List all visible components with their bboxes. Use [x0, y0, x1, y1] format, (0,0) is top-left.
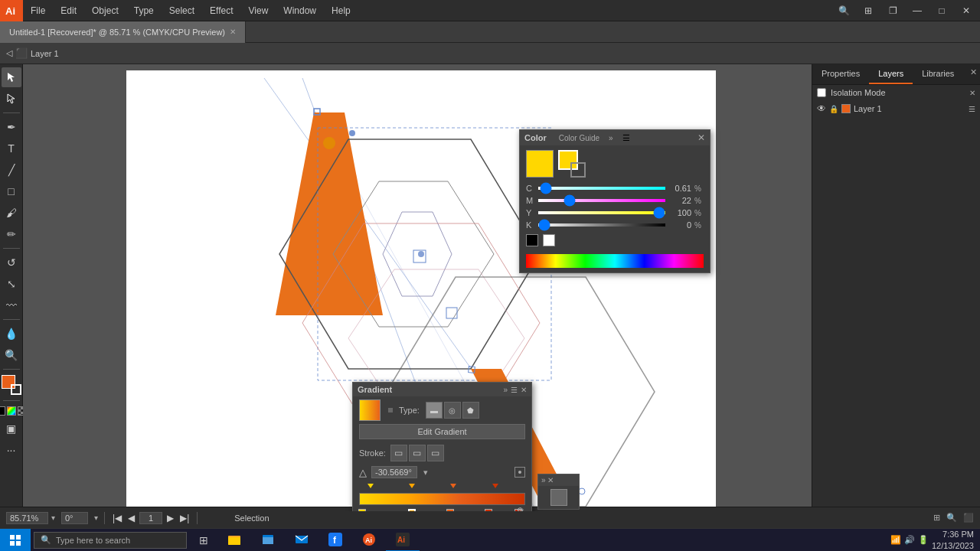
color-panel-close[interactable]: ✕ [697, 132, 705, 143]
zoom-tool[interactable]: 🔍 [2, 345, 21, 365]
tab-properties[interactable]: Properties [812, 64, 869, 84]
color-fill-btn[interactable] [0, 406, 5, 416]
tab-libraries[interactable]: Libraries [913, 64, 963, 84]
first-artboard-btn[interactable]: |◀ [111, 513, 123, 523]
zoom-input[interactable] [6, 512, 48, 524]
rotate-tool[interactable]: ↺ [2, 253, 21, 272]
last-artboard-btn[interactable]: ▶| [178, 513, 191, 523]
isolation-mode-expand[interactable]: ✕ [969, 89, 975, 97]
black-swatch[interactable] [526, 234, 538, 246]
layer-lock-icon[interactable]: 🔒 [829, 105, 838, 113]
stroke-btn-2[interactable]: ▭ [409, 445, 426, 461]
expand-gradient-icon[interactable]: » [503, 386, 508, 394]
panel-menu-icon[interactable]: ☰ [622, 133, 630, 143]
gradient-swatch[interactable] [359, 399, 381, 421]
volume-icon[interactable]: 🔊 [904, 535, 915, 545]
tab-close-icon[interactable]: ✕ [230, 28, 236, 36]
color-guide-tab[interactable]: Color Guide [559, 134, 599, 142]
next-artboard-btn[interactable]: ▶ [165, 513, 175, 523]
menu-window[interactable]: Window [276, 0, 324, 21]
pen-tool[interactable]: ✒ [2, 117, 21, 137]
delete-stop-btn[interactable]: 🗑 [516, 506, 525, 511]
taskbar-app5-btn[interactable]: Ai [352, 529, 386, 552]
fill-stroke-swatches[interactable] [2, 375, 21, 395]
gradient-close-icon[interactable]: ✕ [521, 386, 527, 394]
stroke-btn-3[interactable]: ▭ [427, 445, 444, 461]
artboard-tool[interactable]: ▣ [2, 419, 21, 439]
taskbar-files-btn[interactable] [251, 529, 285, 552]
m-slider[interactable] [538, 199, 665, 202]
network-icon[interactable]: 📶 [890, 535, 901, 545]
status-icon-1[interactable]: ⊞ [933, 513, 940, 523]
type-tool[interactable]: T [2, 139, 21, 158]
k-slider[interactable] [538, 223, 665, 227]
layer-row-1[interactable]: 👁 🔒 Layer 1 ☰ [812, 100, 980, 117]
menu-select[interactable]: Select [162, 0, 202, 21]
warp-tool[interactable]: 〰 [2, 295, 21, 315]
gradient-bar[interactable] [359, 493, 525, 505]
stroke-mode-swatches[interactable] [558, 150, 586, 178]
zoom-dropdown-icon[interactable]: ▾ [51, 514, 55, 522]
line-tool[interactable]: ╱ [2, 160, 21, 180]
y-slider[interactable] [538, 211, 665, 214]
menu-type[interactable]: Type [126, 0, 162, 21]
selection-tool[interactable] [2, 67, 21, 87]
minimize-btn[interactable]: — [906, 0, 928, 21]
view-toggle-btn[interactable]: ⊞ [858, 0, 879, 21]
gradient-menu-icon[interactable]: ☰ [511, 386, 518, 394]
artboard-number-input[interactable] [139, 512, 162, 524]
task-view-btn[interactable]: ⊞ [190, 529, 217, 552]
more-tools[interactable]: ··· [2, 440, 21, 460]
menu-view[interactable]: View [241, 0, 276, 21]
mini-expand-icon[interactable]: » [541, 476, 546, 484]
tab-layers[interactable]: Layers [869, 64, 913, 84]
edit-gradient-button[interactable]: Edit Gradient [359, 424, 525, 439]
taskbar-facebook-btn[interactable]: f [318, 529, 352, 552]
freeform-gradient-btn[interactable]: ⬟ [462, 402, 479, 419]
restore-btn[interactable]: ❐ [882, 0, 903, 21]
taskbar-illustrator-btn[interactable]: Ai [386, 529, 420, 552]
color-panel-header[interactable]: Color Color Guide » ☰ ✕ [520, 130, 710, 145]
paintbrush-tool[interactable]: 🖌 [2, 203, 21, 223]
white-swatch[interactable] [543, 234, 555, 246]
stroke-btn-1[interactable]: ▭ [390, 445, 407, 461]
canvas-area[interactable]: Color Color Guide » ☰ ✕ C 0.61 % [23, 64, 812, 511]
grad-color-stop-2[interactable] [408, 509, 416, 511]
angle-dropdown-icon[interactable]: ▾ [423, 468, 428, 478]
back-icon[interactable]: ◁ [6, 48, 12, 58]
grad-color-stop-4[interactable] [485, 509, 492, 511]
prev-artboard-btn[interactable]: ◀ [126, 513, 136, 523]
panel-close-right[interactable]: ✕ [967, 64, 980, 84]
angle-input[interactable] [371, 466, 417, 478]
mini-color-swatch[interactable] [550, 489, 567, 506]
close-btn[interactable]: ✕ [956, 0, 977, 21]
grad-stop-indicator-1[interactable] [368, 484, 374, 490]
menu-object[interactable]: Object [84, 0, 126, 21]
grad-stop-indicator-4[interactable] [492, 484, 498, 490]
search-bar[interactable]: 🔍 Type here to search [34, 532, 187, 549]
taskbar-explorer-btn[interactable] [217, 529, 251, 552]
status-icon-2[interactable]: 🔍 [946, 513, 957, 523]
document-tab[interactable]: Untitled-1 [Recovered]* @ 85.71 % (CMYK/… [0, 21, 246, 43]
gradient-fill-btn[interactable] [7, 406, 16, 416]
status-icon-3[interactable]: ⬛ [963, 513, 974, 523]
shape-tool[interactable]: □ [2, 181, 21, 201]
rotation-input[interactable] [61, 512, 88, 524]
menu-effect[interactable]: Effect [202, 0, 240, 21]
maximize-btn[interactable]: □ [931, 0, 952, 21]
layer-visibility-icon[interactable]: 👁 [817, 103, 826, 114]
grad-color-stop-3[interactable] [446, 509, 454, 511]
grad-stop-indicator-2[interactable] [409, 484, 415, 490]
expand-icon[interactable]: » [609, 134, 613, 142]
isolation-mode-checkbox[interactable] [817, 88, 826, 97]
eyedropper-tool[interactable]: 💧 [2, 324, 21, 344]
center-point-icon[interactable] [514, 467, 525, 478]
layer-options-icon[interactable]: ☰ [969, 105, 975, 113]
gradient-panel-header[interactable]: Gradient » ☰ ✕ [353, 383, 531, 396]
grad-color-stop-1[interactable] [358, 509, 366, 511]
scale-tool[interactable]: ⤡ [2, 274, 21, 294]
time-display[interactable]: 7:36 PM 12/13/2023 [932, 529, 974, 551]
fill-color-swatch[interactable] [526, 150, 554, 178]
menu-file[interactable]: File [23, 0, 53, 21]
linear-gradient-btn[interactable]: ▬ [426, 402, 443, 419]
